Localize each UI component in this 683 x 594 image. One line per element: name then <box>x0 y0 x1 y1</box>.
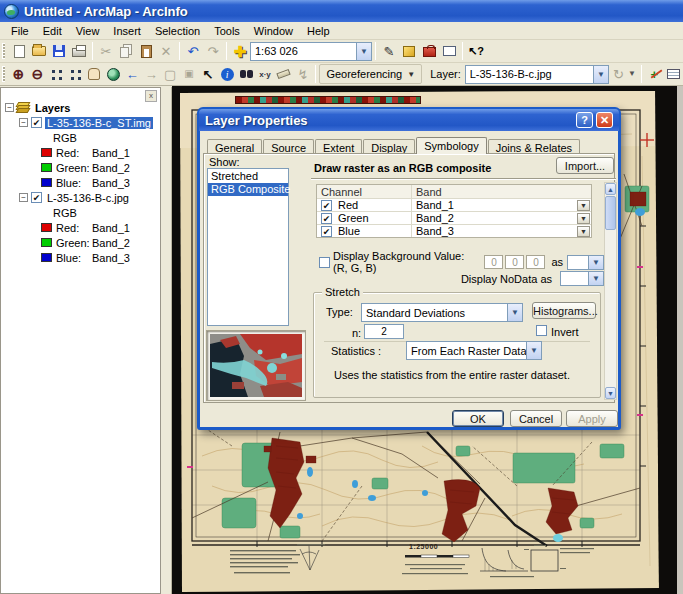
zoom-out-button[interactable]: ⊖ <box>28 64 47 84</box>
pan-button[interactable] <box>85 64 104 84</box>
listbox-item-rgb-composite[interactable]: RGB Composite <box>208 183 288 196</box>
add-control-points-button[interactable]: + <box>645 64 664 84</box>
blue-swatch[interactable] <box>41 253 52 262</box>
rotate-dropdown-icon[interactable]: ▼ <box>628 70 636 78</box>
dialog-help-icon[interactable]: ? <box>576 112 593 128</box>
tab-general[interactable]: General <box>207 139 262 154</box>
copy-button[interactable] <box>116 41 136 61</box>
collapse-icon[interactable]: − <box>5 103 14 112</box>
layer-name[interactable]: L-35-136-B-c.jpg <box>45 192 131 204</box>
combo-dropdown-icon[interactable]: ▼ <box>356 43 371 60</box>
stretch-type-combobox[interactable]: Standard Deviations ▼ <box>361 303 523 322</box>
histograms-button[interactable]: Histograms... <box>532 302 596 319</box>
delete-button[interactable]: ✕ <box>156 41 176 61</box>
identify-button[interactable]: i <box>218 64 237 84</box>
panel-splitter[interactable] <box>161 87 172 594</box>
georeferencing-menu[interactable]: Georeferencing ▼ <box>319 64 422 84</box>
toolbar-grip[interactable] <box>2 43 5 59</box>
band-value[interactable]: Band_1 <box>412 199 577 211</box>
go-forward-extent-button[interactable]: → <box>142 64 161 84</box>
statistics-combobox[interactable]: From Each Raster Dataset ▼ <box>406 341 542 360</box>
tab-extent[interactable]: Extent <box>315 139 362 154</box>
clear-selection-button[interactable]: ▣ <box>180 64 199 84</box>
band-value[interactable]: Band_3 <box>412 225 577 237</box>
background-r-field[interactable] <box>484 255 503 269</box>
band-dropdown-icon[interactable]: ▼ <box>577 200 590 211</box>
collapse-icon[interactable]: − <box>19 193 28 202</box>
layer-combobox[interactable]: L-35-136-B-c.jpg ▼ <box>465 65 609 84</box>
menu-help[interactable]: Help <box>300 24 337 38</box>
tab-source[interactable]: Source <box>263 139 314 154</box>
scrollbar-thumb[interactable] <box>605 196 616 230</box>
menu-window[interactable]: Window <box>247 24 300 38</box>
select-features-button[interactable]: ▢ <box>161 64 180 84</box>
layer-visibility-checkbox[interactable]: ✔ <box>31 117 42 128</box>
whats-this-button[interactable]: ↖? <box>466 41 486 61</box>
tab-joins-relates[interactable]: Joins & Relates <box>488 139 580 154</box>
editor-toolbar-button[interactable]: ✎ <box>379 41 399 61</box>
dialog-scrollbar[interactable]: ▲ ▼ <box>604 182 617 400</box>
scale-combobox[interactable]: 1:63 026 ▼ <box>250 42 372 61</box>
print-button[interactable] <box>69 41 89 61</box>
toolbar-grip[interactable] <box>2 66 5 82</box>
view-link-table-button[interactable] <box>664 64 683 84</box>
menu-edit[interactable]: Edit <box>36 24 69 38</box>
blue-channel-checkbox[interactable]: ✔ <box>321 226 332 237</box>
menu-view[interactable]: View <box>69 24 107 38</box>
layer-row[interactable]: − ✔ L-35-136-B-c_ST.img <box>5 115 153 130</box>
layer-row[interactable]: − ✔ L-35-136-B-c.jpg <box>5 190 153 205</box>
listbox-item-stretched[interactable]: Stretched <box>208 170 288 183</box>
collapse-icon[interactable]: − <box>19 118 28 127</box>
n-field[interactable] <box>364 324 404 339</box>
tab-symbology[interactable]: Symbology <box>416 137 486 154</box>
rotate-button[interactable]: ↻ <box>609 64 628 84</box>
renderer-listbox[interactable]: Stretched RGB Composite <box>207 168 289 326</box>
combo-dropdown-icon[interactable]: ▼ <box>507 304 522 321</box>
zoom-in-button[interactable]: ⊕ <box>9 64 28 84</box>
cancel-button[interactable]: Cancel <box>510 410 562 427</box>
background-g-field[interactable] <box>505 255 524 269</box>
undo-button[interactable]: ↶ <box>183 41 203 61</box>
tab-display[interactable]: Display <box>363 139 415 154</box>
redo-button[interactable]: ↷ <box>203 41 223 61</box>
go-to-xy-button[interactable]: x·y <box>255 64 274 84</box>
full-extent-button[interactable] <box>104 64 123 84</box>
combo-dropdown-icon[interactable]: ▼ <box>593 66 608 83</box>
import-button[interactable]: Import... <box>556 157 614 174</box>
fixed-zoom-out-button[interactable] <box>66 64 85 84</box>
band-value[interactable]: Band_2 <box>412 212 577 224</box>
layer-name[interactable]: L-35-136-B-c_ST.img <box>45 117 153 129</box>
menu-file[interactable]: File <box>4 24 36 38</box>
red-channel-checkbox[interactable]: ✔ <box>321 200 332 211</box>
arccatalog-button[interactable] <box>399 41 419 61</box>
background-value-checkbox[interactable]: ✔ <box>319 257 330 268</box>
menu-insert[interactable]: Insert <box>106 24 148 38</box>
green-channel-checkbox[interactable]: ✔ <box>321 213 332 224</box>
hyperlink-button[interactable]: ↯ <box>293 64 312 84</box>
dialog-close-icon[interactable]: ✕ <box>596 112 613 128</box>
scroll-up-icon[interactable]: ▲ <box>605 183 616 195</box>
find-button[interactable] <box>237 64 256 84</box>
save-button[interactable] <box>49 41 69 61</box>
layer-visibility-checkbox[interactable]: ✔ <box>31 192 42 203</box>
open-button[interactable] <box>29 41 49 61</box>
fixed-zoom-in-button[interactable] <box>47 64 66 84</box>
blue-swatch[interactable] <box>41 178 52 187</box>
red-swatch[interactable] <box>41 148 52 157</box>
red-swatch[interactable] <box>41 223 52 232</box>
measure-button[interactable] <box>274 64 293 84</box>
tree-root-row[interactable]: − Layers <box>5 100 153 115</box>
background-b-field[interactable] <box>526 255 545 269</box>
band-dropdown-icon[interactable]: ▼ <box>577 226 590 237</box>
dialog-title-bar[interactable]: Layer Properties ? ✕ <box>199 109 619 131</box>
combo-dropdown-icon[interactable]: ▼ <box>526 342 541 359</box>
background-as-combobox[interactable]: ▼ <box>567 255 604 270</box>
cut-button[interactable]: ✂ <box>96 41 116 61</box>
arctoolbox-button[interactable] <box>419 41 439 61</box>
menu-selection[interactable]: Selection <box>148 24 207 38</box>
band-dropdown-icon[interactable]: ▼ <box>577 213 590 224</box>
green-swatch[interactable] <box>41 238 52 247</box>
go-back-extent-button[interactable]: ← <box>123 64 142 84</box>
ok-button[interactable]: OK <box>452 410 504 427</box>
select-elements-button[interactable]: ↖ <box>199 64 218 84</box>
